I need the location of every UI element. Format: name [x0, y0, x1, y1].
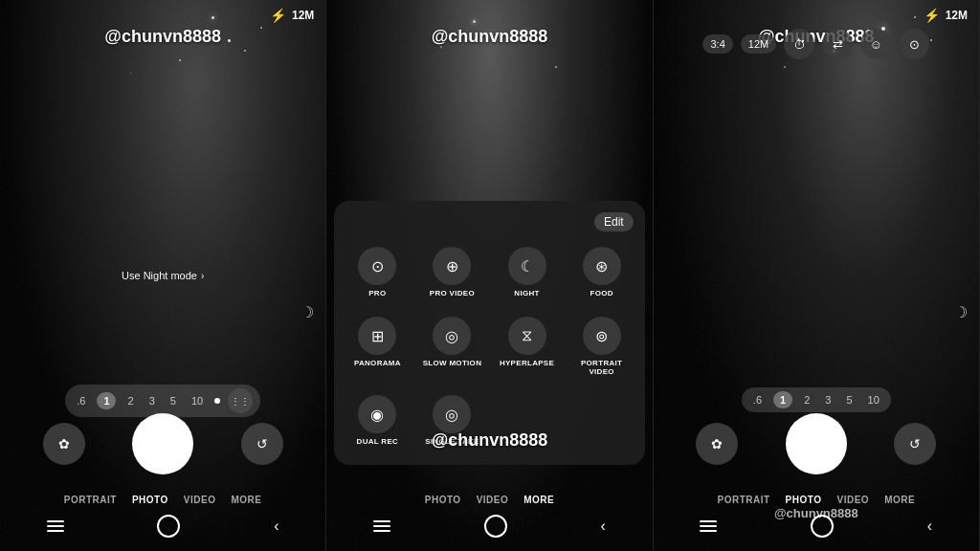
nav-chevron-icon[interactable]: ‹ — [274, 518, 278, 535]
mode-video[interactable]: VIDEO — [184, 495, 216, 505]
flower-button-right[interactable]: ✿ — [696, 423, 738, 465]
zoom-5-right[interactable]: 5 — [842, 392, 856, 408]
menu-item-food[interactable]: ⊛ FOOD — [567, 239, 637, 305]
aspect-ratio-button[interactable]: 3:4 — [702, 34, 732, 54]
megapixel-label: 12M — [292, 9, 314, 22]
zoom-2[interactable]: 2 — [124, 393, 138, 408]
nav-circle-right[interactable] — [811, 515, 834, 538]
dual-rec-label: DUAL REC — [357, 437, 399, 446]
moon-icon[interactable]: ☽ — [301, 303, 314, 321]
menu-item-pro-video[interactable]: ⊕ PRO VIDEO — [416, 239, 487, 305]
hyperlapse-label: HYPERLAPSE — [500, 359, 554, 367]
more-menu-header: Edit — [342, 212, 636, 239]
shutter-button[interactable] — [132, 413, 193, 474]
bottom-controls-right: ✿ ↺ — [654, 413, 979, 474]
night-icon: ☾ — [508, 247, 546, 285]
bottom-nav-mid: ‹ — [326, 515, 652, 538]
shutter-button-right[interactable] — [786, 413, 847, 474]
top-bar-right: ⚡ 12M — [654, 8, 979, 23]
mode-portrait-right[interactable]: PORTRAIT — [718, 495, 770, 505]
zoom-5[interactable]: 5 — [167, 393, 180, 408]
lightning-icon-right: ⚡ — [924, 8, 940, 23]
watermark-mid-overlay: @chunvn8888 — [432, 430, 548, 451]
mode-more[interactable]: MORE — [231, 495, 261, 505]
pro-video-label: PRO VIDEO — [430, 289, 475, 298]
moon-icon-right[interactable]: ☽ — [954, 303, 968, 321]
nav-lines[interactable] — [47, 520, 64, 532]
mode-tabs: PORTRAIT PHOTO VIDEO MORE — [0, 495, 325, 505]
timer-icon-button[interactable]: ⏱ — [784, 29, 814, 59]
nav-circle[interactable] — [157, 515, 180, 538]
settings-icon-button[interactable]: ⊙ — [899, 29, 929, 59]
mode-more-mid[interactable]: MORE — [523, 495, 554, 505]
zoom-06[interactable]: .6 — [73, 393, 89, 408]
megapixel-button[interactable]: 12M — [741, 34, 776, 54]
mode-portrait[interactable]: PORTRAIT — [64, 495, 117, 505]
zoom-06-right[interactable]: .6 — [749, 392, 766, 408]
pro-label: PRO — [368, 289, 386, 298]
mode-tabs-mid: PHOTO VIDEO MORE — [326, 495, 652, 505]
chevron-right-icon: › — [201, 271, 204, 281]
edit-button[interactable]: Edit — [594, 212, 634, 231]
mode-video-right[interactable]: VIDEO — [837, 495, 870, 505]
menu-item-pro[interactable]: ⊙ PRO — [342, 239, 412, 305]
bottom-controls: ✿ ↺ — [0, 413, 325, 474]
night-mode-hint[interactable]: Use Night mode › — [122, 270, 204, 281]
dual-rec-icon: ◉ — [358, 395, 396, 433]
nav-lines-right[interactable] — [700, 520, 717, 532]
panorama-label: PANORAMA — [354, 359, 401, 367]
lightning-icon: ⚡ — [270, 8, 286, 23]
zoom-10-right[interactable]: 10 — [864, 392, 883, 408]
zoom-3[interactable]: 3 — [145, 393, 159, 408]
portrait-video-label: PORTRAIT VIDEO — [570, 359, 634, 376]
nav-chevron-mid-icon[interactable]: ‹ — [600, 518, 605, 535]
food-label: FOOD — [590, 289, 612, 298]
zoom-2-right[interactable]: 2 — [800, 392, 813, 408]
nav-lines-mid[interactable] — [373, 520, 390, 532]
watermark-mid-top: @chunvn8888 — [432, 27, 548, 47]
mode-more-right[interactable]: MORE — [884, 495, 915, 505]
mode-photo-mid[interactable]: PHOTO — [425, 495, 461, 505]
zoom-dot — [214, 398, 220, 404]
zoom-bar-right: .6 1 2 3 5 10 — [742, 387, 891, 412]
flip-button-right[interactable]: ↺ — [894, 423, 936, 465]
menu-item-hyperlapse[interactable]: ⧖ HYPERLAPSE — [491, 309, 562, 384]
mode-photo-right[interactable]: PHOTO — [786, 495, 822, 505]
food-icon: ⊛ — [583, 247, 621, 285]
menu-item-dual-rec[interactable]: ◉ DUAL REC — [342, 387, 412, 453]
flip-icon-button[interactable]: ⇄ — [822, 29, 853, 59]
zoom-3-right[interactable]: 3 — [821, 392, 835, 408]
zoom-1-right[interactable]: 1 — [773, 391, 792, 408]
single-take-icon: ◎ — [433, 395, 471, 433]
smile-icon-button[interactable]: ☺ — [860, 29, 891, 59]
menu-item-night[interactable]: ☾ NIGHT — [491, 239, 562, 305]
watermark: @chunvn8888 — [104, 27, 221, 47]
slow-motion-icon: ◎ — [433, 317, 471, 355]
mode-photo[interactable]: PHOTO — [132, 495, 168, 505]
zoom-1[interactable]: 1 — [97, 392, 116, 409]
grid-icon[interactable]: ⋮⋮ — [228, 388, 253, 413]
nav-chevron-right-icon[interactable]: ‹ — [927, 518, 932, 535]
zoom-bar: .6 1 2 3 5 10 ⋮⋮ — [65, 385, 260, 417]
portrait-video-icon: ⊚ — [583, 317, 621, 355]
hyperlapse-icon: ⧖ — [508, 317, 546, 355]
top-bar: ⚡ 12M — [0, 8, 325, 23]
menu-item-portrait-video[interactable]: ⊚ PORTRAIT VIDEO — [567, 309, 637, 384]
zoom-10[interactable]: 10 — [188, 393, 207, 408]
pro-video-icon: ⊕ — [433, 247, 471, 285]
menu-item-panorama[interactable]: ⊞ PANORAMA — [342, 309, 412, 384]
flip-button[interactable]: ↺ — [241, 423, 283, 465]
megapixel-label-right: 12M — [946, 9, 968, 22]
slow-motion-label: SLOW MOTION — [423, 359, 482, 367]
top-settings-bar: 3:4 12M ⏱ ⇄ ☺ ⊙ — [654, 29, 979, 59]
menu-grid: ⊙ PRO ⊕ PRO VIDEO ☾ NIGHT ⊛ FOOD ⊞ PANOR… — [342, 239, 636, 453]
panel-middle: @chunvn8888 Edit ⊙ PRO ⊕ PRO VIDEO ☾ NIG… — [326, 0, 653, 551]
pro-icon: ⊙ — [358, 247, 396, 285]
mode-tabs-right: PORTRAIT PHOTO VIDEO MORE — [654, 495, 979, 505]
bottom-nav: ‹ — [0, 515, 325, 538]
mode-video-mid[interactable]: VIDEO — [477, 495, 509, 505]
flower-button[interactable]: ✿ — [43, 423, 85, 465]
menu-item-slow-motion[interactable]: ◎ SLOW MOTION — [416, 309, 487, 384]
night-label: NIGHT — [514, 289, 539, 298]
nav-circle-mid[interactable] — [484, 515, 507, 538]
